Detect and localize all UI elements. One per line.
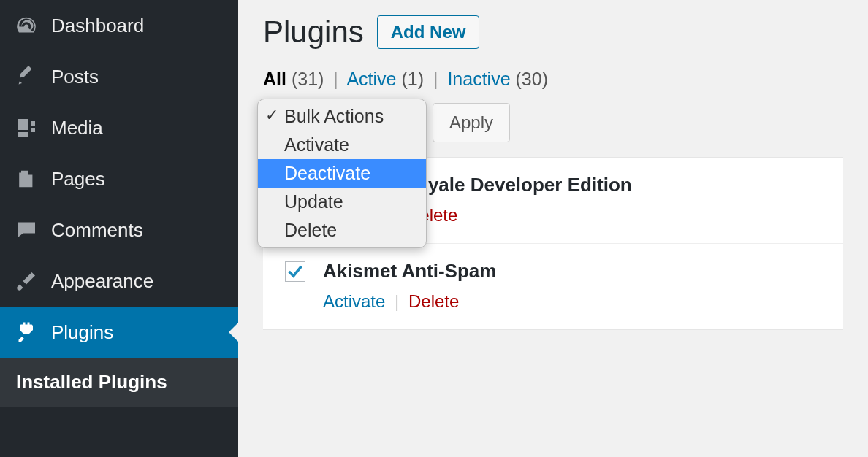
sidebar-item-label: Plugins [51,321,225,344]
sidebar-item-posts[interactable]: Posts [0,51,238,102]
bulk-actions-dropdown[interactable]: Bulk Actions Activate Deactivate Update … [257,99,427,248]
admin-sidebar: Dashboard Posts Media Pages Comments App… [0,0,238,457]
filter-links: All (31) | Active (1) | Inactive (30) [263,69,843,90]
plugin-actions: Activate | Delete [323,291,821,312]
filter-all-link[interactable]: All [263,69,286,89]
sidebar-item-label: Dashboard [51,15,225,37]
media-icon [13,115,39,141]
bulk-option-deactivate[interactable]: Deactivate [258,159,426,188]
filter-inactive-count: (30) [516,69,548,89]
plugin-name: Akismet Anti-Spam [323,260,821,283]
sidebar-item-media[interactable]: Media [0,102,238,153]
sidebar-item-label: Appearance [51,270,225,293]
sidebar-subitem-label: Installed Plugins [16,371,167,393]
plugin-delete-link[interactable]: Delete [408,291,459,311]
add-new-button[interactable]: Add New [377,15,480,49]
main-content: Plugins Add New All (31) | Active (1) | … [238,0,868,457]
plugin-activate-link[interactable]: Activate [323,291,385,311]
filter-active-link[interactable]: Active [346,69,396,89]
plug-icon [13,319,39,345]
sidebar-item-label: Pages [51,168,225,191]
sidebar-item-label: Media [51,117,225,139]
filter-separator: | [433,69,438,89]
plugin-checkbox[interactable] [285,261,305,282]
sidebar-item-appearance[interactable]: Appearance [0,256,238,307]
bulk-option-delete[interactable]: Delete [258,216,426,245]
sidebar-item-dashboard[interactable]: Dashboard [0,0,238,51]
brush-icon [13,268,39,294]
sidebar-item-label: Comments [51,219,225,242]
page-title: Plugins [263,15,364,50]
pin-icon [13,64,39,90]
filter-separator: | [333,69,338,89]
plugin-row: Akismet Anti-Spam Activate | Delete [263,244,843,329]
comment-icon [13,217,39,243]
filter-all-count: (31) [292,69,324,89]
dashboard-icon [13,12,39,39]
sidebar-item-comments[interactable]: Comments [0,204,238,256]
action-separator: | [395,291,399,311]
bulk-option-update[interactable]: Update [258,188,426,216]
sidebar-subitem-installed-plugins[interactable]: Installed Plugins [0,358,238,407]
sidebar-item-pages[interactable]: Pages [0,153,238,204]
sidebar-item-plugins[interactable]: Plugins [0,307,238,358]
sidebar-item-label: Posts [51,66,225,88]
filter-inactive-link[interactable]: Inactive [447,69,510,89]
filter-active-count: (1) [401,69,424,89]
page-header: Plugins Add New [263,15,843,50]
bulk-actions-row: Bulk Actions Activate Deactivate Update … [263,103,843,142]
bulk-option-bulk-actions[interactable]: Bulk Actions [258,102,426,131]
bulk-option-activate[interactable]: Activate [258,131,426,159]
apply-button[interactable]: Apply [433,103,510,142]
pages-icon [13,166,39,192]
